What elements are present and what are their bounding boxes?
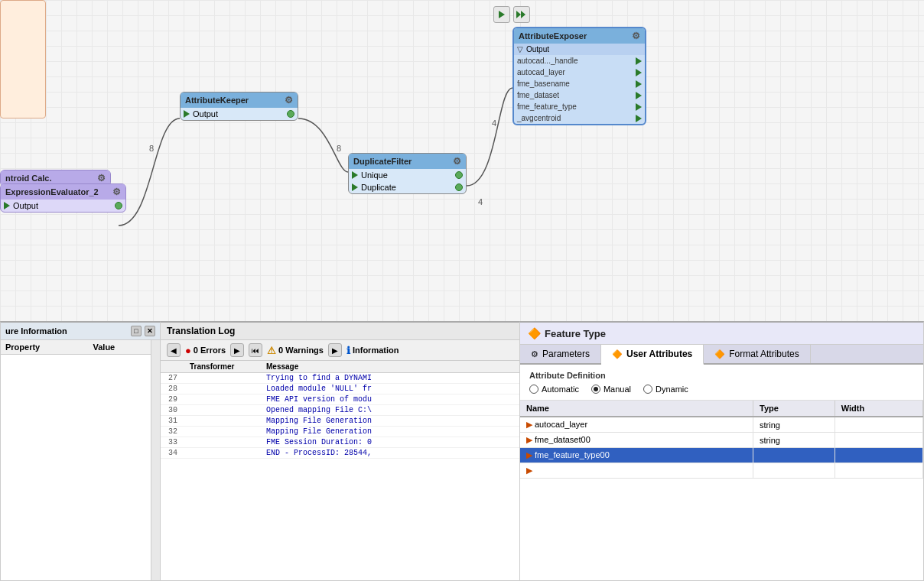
feat-info-close-btn[interactable]: ✕ [145, 326, 155, 336]
port-4-arrow [636, 103, 642, 111]
log-row-transformer [184, 405, 260, 416]
attr-row-arrow: ▶ [526, 450, 532, 459]
dup-filter-gear-icon[interactable]: ⚙ [453, 156, 461, 167]
svg-marker-0 [499, 11, 505, 18]
attr-keeper-port-connector[interactable] [287, 110, 294, 118]
attr-exposer-node[interactable]: AttributeExposer ⚙ ▽ Output autocad..._h… [512, 27, 646, 125]
unique-port-connector[interactable] [455, 171, 463, 179]
log-row-message: Mapping File Generation [260, 427, 519, 437]
port-3-arrow [636, 92, 642, 99]
attr-exposer-port-1[interactable]: autocad_layer [514, 67, 645, 78]
log-prev-btn[interactable]: ◀ [167, 343, 181, 357]
log-row-message: Mapping File Generation [260, 416, 519, 427]
format-attr-tab-label: Format Attributes [729, 349, 799, 359]
conn-label-8b: 8 [337, 144, 341, 153]
attr-col-type: Type [753, 401, 835, 417]
attr-table: Name Type Width ▶autocad_layer string ▶f… [520, 401, 923, 479]
dup-filter-node[interactable]: DuplicateFilter ⚙ Unique Duplicate [348, 153, 467, 194]
svg-marker-2 [521, 11, 525, 18]
log-row-num: 32 [161, 427, 184, 437]
attr-row-type [753, 448, 835, 463]
log-row-transformer [184, 384, 260, 394]
log-row: 31 Mapping File Generation [161, 416, 519, 427]
log-row-num: 30 [161, 405, 184, 416]
expr-eval-title: ExpressionEvaluator_2 [5, 187, 99, 196]
attr-row-name: ▶fme_dataset00 [520, 433, 753, 448]
attr-row-type: string [753, 433, 835, 448]
log-table: Transformer Message 27 Trying to find a … [161, 361, 519, 459]
output-port-connector[interactable] [115, 202, 122, 209]
radio-dynamic-circle [643, 385, 652, 394]
log-row-transformer [184, 416, 260, 427]
attr-exposer-port-0[interactable]: autocad..._handle [514, 55, 645, 67]
expr-eval-output-port[interactable]: Output [1, 200, 125, 212]
log-col-num [161, 361, 184, 373]
log-row: 30 Opened mapping File C:\ [161, 405, 519, 416]
feat-type-icon: 🔶 [528, 327, 540, 339]
dup-port-connector[interactable] [455, 183, 463, 191]
dup-filter-header: DuplicateFilter ⚙ [349, 154, 466, 169]
trans-log-panel: Translation Log ◀ ● 0 Errors ▶ ⏮ ⚠ 0 War… [161, 321, 520, 581]
attr-keeper-gear-icon[interactable]: ⚙ [285, 95, 293, 105]
log-row-num: 29 [161, 394, 184, 405]
attr-row-type: string [753, 417, 835, 433]
port-1-label: autocad_layer [517, 68, 636, 76]
port-2-arrow [636, 80, 642, 88]
feat-info-col-value: Value [89, 340, 151, 355]
attr-table-container: Name Type Width ▶autocad_layer string ▶f… [520, 401, 923, 580]
log-row: 29 FME API version of modu [161, 394, 519, 405]
port-5-arrow [636, 115, 642, 122]
output-group-triangle: ▽ [517, 45, 523, 54]
attr-keeper-header: AttributeKeeper ⚙ [181, 93, 298, 108]
attr-exposer-port-5[interactable]: _avgcentroid [514, 112, 645, 124]
attr-keeper-output-port[interactable]: Output [181, 108, 298, 120]
radio-automatic[interactable]: Automatic [529, 385, 579, 394]
tab-parameters[interactable]: ⚙ Parameters [520, 345, 601, 363]
radio-dynamic[interactable]: Dynamic [643, 385, 688, 394]
log-next-btn[interactable]: ▶ [230, 343, 244, 357]
trans-log-title: Translation Log [161, 323, 519, 340]
conn-label-4b: 4 [478, 197, 483, 206]
feat-info-panel: ure Information □ ✕ Property Value [0, 321, 161, 581]
tab-user-attributes[interactable]: 🔶 User Attributes [601, 345, 704, 365]
play-all-button[interactable] [513, 6, 530, 23]
port-0-label: autocad..._handle [517, 57, 636, 65]
attr-exposer-output-group: ▽ Output [514, 44, 645, 55]
log-skip-btn[interactable]: ⏮ [249, 343, 262, 357]
tabs-bar: ⚙ Parameters 🔶 User Attributes 🔶 Format … [520, 345, 923, 365]
attr-exposer-port-4[interactable]: fme_feature_type [514, 101, 645, 112]
centroid-gear-icon[interactable]: ⚙ [97, 173, 106, 183]
log-row-num: 34 [161, 448, 184, 459]
attr-exposer-port-2[interactable]: fme_basename [514, 78, 645, 89]
feat-info-scrollbar[interactable] [151, 340, 160, 580]
attr-table-row[interactable]: ▶fme_dataset00 string [520, 433, 923, 448]
attr-def-label: Attribute Definition [529, 371, 914, 380]
log-row-message: Opened mapping File C:\ [260, 405, 519, 416]
tab-format-attributes[interactable]: 🔶 Format Attributes [704, 345, 810, 363]
dup-filter-unique-port[interactable]: Unique [349, 169, 466, 181]
centroid-node-title: ntroid Calc. [5, 174, 52, 183]
radio-automatic-circle [529, 385, 538, 394]
attr-exposer-port-3[interactable]: fme_dataset [514, 89, 645, 101]
expr-eval-node[interactable]: ExpressionEvaluator_2 ⚙ Output [0, 183, 126, 213]
expr-eval-gear-icon[interactable]: ⚙ [112, 187, 121, 197]
attr-row-width [835, 448, 922, 463]
parameters-tab-label: Parameters [542, 349, 590, 359]
attr-exposer-header: AttributeExposer ⚙ [514, 28, 645, 44]
log-row-num: 31 [161, 416, 184, 427]
log-info-prev-btn[interactable]: ▶ [328, 343, 342, 357]
attr-row-arrow: ▶ [526, 435, 532, 444]
log-col-transformer: Transformer [184, 361, 260, 373]
port-4-label: fme_feature_type [517, 102, 636, 111]
feat-type-panel: 🔶 Feature Type ⚙ Parameters 🔶 User Attri… [520, 321, 924, 581]
dup-port-triangle [352, 183, 358, 191]
play-button[interactable] [493, 6, 510, 23]
attr-exposer-gear-icon[interactable]: ⚙ [632, 31, 640, 41]
attr-table-row[interactable]: ▶autocad_layer string [520, 417, 923, 433]
error-icon: ● [185, 345, 191, 356]
attr-keeper-node[interactable]: AttributeKeeper ⚙ Output [180, 92, 298, 121]
radio-manual[interactable]: Manual [591, 385, 631, 394]
attr-table-row[interactable]: ▶fme_feature_type00 [520, 448, 923, 463]
dup-filter-dup-port[interactable]: Duplicate [349, 181, 466, 193]
feat-info-restore-btn[interactable]: □ [131, 326, 142, 336]
